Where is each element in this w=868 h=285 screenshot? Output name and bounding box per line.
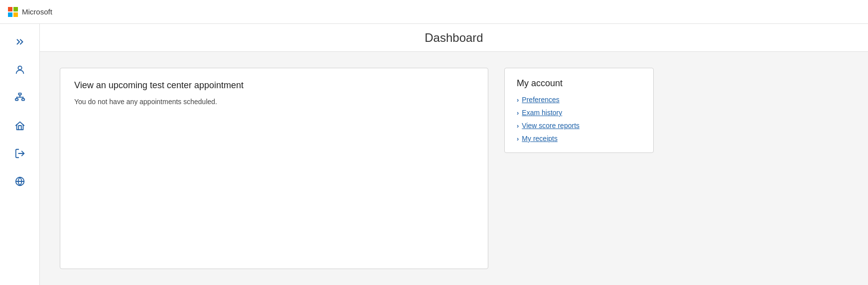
- microsoft-logo-icon: [8, 7, 18, 17]
- account-link-item-receipts: › My receipts: [517, 135, 641, 142]
- appointment-card-title: View an upcoming test center appointment: [74, 80, 474, 91]
- account-card-title: My account: [517, 78, 641, 89]
- logo-text: Microsoft: [22, 7, 52, 16]
- microsoft-logo: Microsoft: [8, 7, 52, 17]
- account-links-list: › Preferences › Exam history › View scor…: [517, 96, 641, 142]
- chevron-icon-score-reports: ›: [517, 122, 519, 130]
- preferences-link[interactable]: Preferences: [522, 96, 559, 104]
- chevron-icon-exam-history: ›: [517, 109, 519, 117]
- sidebar-item-profile[interactable]: [8, 58, 32, 82]
- chevron-icon-receipts: ›: [517, 135, 519, 142]
- sidebar-item-expand[interactable]: [8, 30, 32, 54]
- top-bar: Microsoft: [0, 0, 868, 24]
- sidebar-item-home[interactable]: [8, 114, 32, 138]
- account-link-item-exam-history: › Exam history: [517, 109, 641, 117]
- main-layout: Dashboard View an upcoming test center a…: [0, 24, 868, 285]
- sidebar-item-org[interactable]: [8, 86, 32, 110]
- chevron-icon-preferences: ›: [517, 96, 519, 104]
- sidebar-item-signout[interactable]: [8, 142, 32, 165]
- appointment-card: View an upcoming test center appointment…: [60, 68, 488, 269]
- appointment-card-body: You do not have any appointments schedul…: [74, 98, 474, 106]
- my-receipts-link[interactable]: My receipts: [522, 135, 558, 142]
- content-area: Dashboard View an upcoming test center a…: [40, 24, 868, 285]
- page-title: Dashboard: [425, 31, 483, 45]
- account-link-item-score-reports: › View score reports: [517, 122, 641, 130]
- account-card: My account › Preferences › Exam history …: [504, 68, 654, 153]
- sidebar: [0, 24, 40, 285]
- exam-history-link[interactable]: Exam history: [522, 109, 562, 117]
- body-content: View an upcoming test center appointment…: [40, 52, 868, 285]
- view-score-reports-link[interactable]: View score reports: [522, 122, 579, 130]
- svg-point-0: [18, 66, 21, 70]
- sidebar-item-globe[interactable]: [8, 169, 32, 193]
- page-title-bar: Dashboard: [40, 24, 868, 52]
- account-link-item-preferences: › Preferences: [517, 96, 641, 104]
